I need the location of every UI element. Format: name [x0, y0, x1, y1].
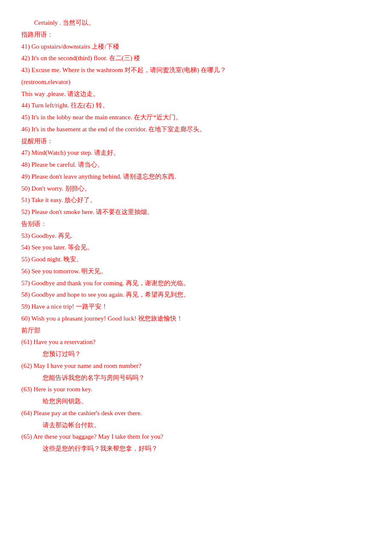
text-line-l15: 50) Don't worry. 别担心。: [21, 183, 371, 195]
text-line-l19: 53) Goodbye. 再见.: [21, 230, 371, 242]
text-line-l7: This way ,please. 请这边走。: [21, 88, 371, 100]
text-line-l1: Certainly . 当然可以。: [21, 17, 371, 29]
text-line-l11: 提醒用语：: [21, 136, 371, 147]
text-line-l4: 42) It's on the second(third) floor. 在二(…: [21, 52, 371, 64]
text-line-l2: 指路用语：: [21, 29, 371, 41]
main-content: Certainly . 当然可以。指路用语：41) Go upstairs/do…: [21, 17, 371, 455]
text-line-l9: 45) It's in the lobby near the main entr…: [21, 112, 371, 124]
text-line-l12: 47) Mind(Watch) your step. 请走好。: [21, 147, 371, 159]
text-line-l25: 59) Have a nice trip! 一路平安！: [21, 301, 371, 313]
text-line-l24: 58) Goodbye and hope to see you again. 再…: [21, 289, 371, 301]
text-line-l35: 请去那边帐台付款。: [21, 419, 371, 431]
text-line-l6: (restroom,elevator): [21, 76, 371, 88]
text-line-l21: 55) Good night. 晚安。: [21, 254, 371, 266]
text-line-l33: 给您房间钥匙。: [21, 396, 371, 408]
text-line-l18: 告别语：: [21, 218, 371, 230]
text-line-l14: 49) Please don't leave anything behind. …: [21, 171, 371, 183]
text-line-l16: 51) Take it easy. 放心好了。: [21, 194, 371, 206]
text-line-l20: 54) See you later. 等会见。: [21, 242, 371, 254]
text-line-l30: (62) May I have your name and room numbe…: [21, 360, 371, 372]
text-line-l8: 44) Turn left/right. 往左(右) 转。: [21, 100, 371, 112]
text-line-l26: 60) Wish you a pleasant journey! Good lu…: [21, 313, 371, 325]
text-line-l37: 这些是您的行李吗？我来帮您拿，好吗？: [21, 443, 371, 455]
text-line-l34: (64) Please pay at the cashier's desk ov…: [21, 408, 371, 419]
text-line-l5: 43) Excuse me. Where is the washroom 对不起…: [21, 64, 371, 76]
text-line-l17: 52) Please don't smoke here. 请不要在这里抽烟。: [21, 206, 371, 218]
text-line-l10: 46) It's in the basement at the end of t…: [21, 124, 371, 136]
text-line-l29: 您预订过吗？: [21, 348, 371, 360]
text-line-l22: 56) See you tomorrow. 明天见。: [21, 266, 371, 278]
text-line-l13: 48) Please be careful. 请当心。: [21, 159, 371, 171]
text-line-l32: (63) Here is your room key.: [21, 384, 371, 396]
text-line-l36: (65) Are these your baggage? May I take …: [21, 431, 371, 443]
text-line-l31: 您能告诉我您的名字与房间号码吗？: [21, 372, 371, 384]
text-line-l3: 41) Go upstairs/downstairs 上楼/下楼: [21, 41, 371, 53]
text-line-l28: (61) Have you a reservation?: [21, 336, 371, 348]
text-line-l23: 57) Goodbye and thank you for coming. 再见…: [21, 278, 371, 289]
text-line-l27: 前厅部: [21, 325, 371, 337]
